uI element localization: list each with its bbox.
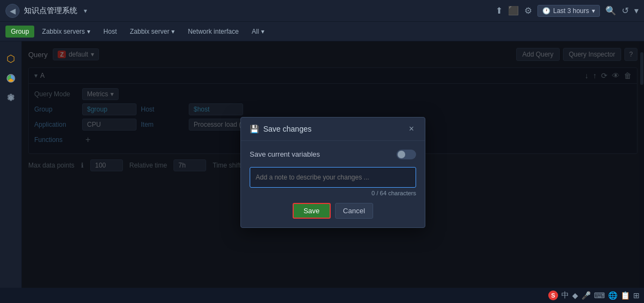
modal-body: Save current variables 0 / 64 characters… xyxy=(241,141,425,227)
save-variables-toggle[interactable] xyxy=(397,150,416,159)
chevron-icon: ▾ xyxy=(87,28,90,35)
app-title-arrow[interactable]: ▾ xyxy=(84,7,87,15)
content-area: Query Z default ▾ Add Query Query Inspec… xyxy=(22,41,644,303)
app-title: 知识点管理系统 xyxy=(24,6,77,16)
time-range-label: Last 3 hours xyxy=(553,7,589,15)
chevron-icon-2: ▾ xyxy=(171,28,175,35)
refresh-icon[interactable]: ↺ xyxy=(622,5,629,16)
note-input[interactable] xyxy=(250,167,416,188)
nav-item-host[interactable]: Host xyxy=(98,26,122,38)
nav-item-all[interactable]: All ▾ xyxy=(246,26,270,38)
cancel-button[interactable]: Cancel xyxy=(335,203,373,219)
chevron-icon-3: ▾ xyxy=(261,28,264,35)
taskbar-clipboard-icon[interactable]: 📋 xyxy=(621,291,630,300)
back-button[interactable]: ◀ xyxy=(5,4,20,18)
taskbar-grid-icon[interactable]: ⊞ xyxy=(633,291,640,300)
nav-item-group[interactable]: Group xyxy=(5,26,34,38)
taskbar: S 中 ◆ 🎤 ⌨ 🌐 📋 ⊞ xyxy=(0,288,644,303)
topbar-left: ◀ 知识点管理系统 ▾ xyxy=(5,4,496,18)
share-icon[interactable]: ⬆ xyxy=(496,5,503,16)
clock-icon: 🕐 xyxy=(542,7,550,15)
sidebar-icon-settings[interactable] xyxy=(2,89,20,107)
taskbar-zh-icon[interactable]: 中 xyxy=(561,290,569,300)
time-range-picker[interactable]: 🕐 Last 3 hours ▾ xyxy=(537,5,600,17)
nav-item-network-interface[interactable]: Network interface xyxy=(182,26,244,38)
sidebar-icon-layers[interactable]: ⬡ xyxy=(2,50,20,67)
save-button[interactable]: Save xyxy=(293,203,331,219)
modal-footer: Save Cancel xyxy=(250,203,416,219)
sidebar-icon-chart[interactable] xyxy=(2,70,20,87)
sidebar: ⬡ xyxy=(0,41,22,303)
modal-overlay: 💾 Save changes × Save current variables … xyxy=(22,41,644,303)
nav-item-zabbix-server[interactable]: Zabbix server ▾ xyxy=(125,26,181,38)
modal-header: 💾 Save changes × xyxy=(241,118,425,141)
navbar: Group Zabbix servers ▾ Host Zabbix serve… xyxy=(0,22,644,41)
search-icon[interactable]: 🔍 xyxy=(605,5,616,16)
settings-icon[interactable]: ⚙ xyxy=(524,5,532,16)
nav-item-zabbix-servers[interactable]: Zabbix servers ▾ xyxy=(36,26,96,38)
more-icon[interactable]: ▾ xyxy=(634,5,639,16)
topbar: ◀ 知识点管理系统 ▾ ⬆ ⬛ ⚙ 🕐 Last 3 hours ▾ 🔍 ↺ ▾ xyxy=(0,0,644,22)
grid-icon[interactable]: ⬛ xyxy=(508,5,519,16)
toggle-knob xyxy=(398,151,405,158)
modal-close-button[interactable]: × xyxy=(407,124,416,134)
topbar-right: ⬆ ⬛ ⚙ 🕐 Last 3 hours ▾ 🔍 ↺ ▾ xyxy=(496,5,639,17)
modal-title: Save changes xyxy=(263,125,403,133)
toggle-row: Save current variables xyxy=(250,150,416,159)
chevron-down-icon: ▾ xyxy=(592,7,595,15)
taskbar-s-badge[interactable]: S xyxy=(548,290,558,300)
taskbar-diamond-icon[interactable]: ◆ xyxy=(572,291,578,300)
save-icon: 💾 xyxy=(250,125,259,133)
taskbar-keyboard-icon[interactable]: ⌨ xyxy=(594,291,605,300)
taskbar-globe-icon[interactable]: 🌐 xyxy=(608,291,617,300)
taskbar-mic-icon[interactable]: 🎤 xyxy=(581,291,591,300)
char-count: 0 / 64 characters xyxy=(250,190,416,196)
save-changes-modal: 💾 Save changes × Save current variables … xyxy=(240,117,425,228)
main-area: ⬡ Query Z default ▾ xyxy=(0,41,644,303)
save-variables-label: Save current variables xyxy=(250,150,320,158)
